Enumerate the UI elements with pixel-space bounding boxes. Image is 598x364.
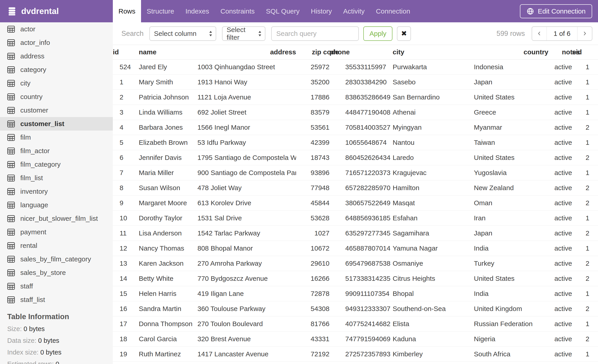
tab[interactable]: Indexes [180,0,215,22]
cell-id[interactable]: 4 [113,120,139,135]
cell-name[interactable]: Jennifer Davis [139,150,198,165]
cell-city[interactable]: Kragujevac [393,165,474,180]
edit-connection-button[interactable]: Edit Connection [520,4,592,18]
cell-id[interactable]: 18 [113,331,139,346]
cell-notes[interactable]: active [548,74,572,89]
cell-name[interactable]: Nancy Thomas [139,241,198,256]
cell-sid[interactable]: 2 [572,301,598,316]
cell-sid[interactable]: 2 [572,226,598,241]
cell-country[interactable]: Taiwan [474,135,548,150]
cell-country[interactable]: Oman [474,195,548,210]
table-row[interactable]: 12 Nancy Thomas 808 Bhopal Manor 10672 4… [113,241,598,256]
tab[interactable]: Connection [370,0,416,22]
table-row[interactable]: 8 Susan Wilson 478 Joliet Way 77948 6572… [113,180,598,195]
cell-notes[interactable]: active [548,120,572,135]
cell-name[interactable]: Jared Ely [139,59,198,74]
cell-city[interactable]: Esfahan [393,210,474,226]
cell-zip-code[interactable]: 29610 [296,256,330,271]
cell-name[interactable]: Donna Thompson [139,316,198,331]
column-header[interactable]: id [113,45,139,59]
cell-zip-code[interactable]: 54308 [296,301,330,316]
table-row[interactable]: 15 Helen Harris 419 Iligan Lane 72878 99… [113,286,598,301]
cell-address[interactable]: 1566 Inegl Manor [198,120,296,135]
column-header[interactable]: phone [330,45,393,59]
cell-sid[interactable]: 2 [572,180,598,195]
table-row[interactable]: 6 Jennifer Davis 1795 Santiago de Compos… [113,150,598,165]
cell-name[interactable]: Ruth Martinez [139,346,198,362]
cell-address[interactable]: 1531 Sal Drive [198,210,296,226]
table-row[interactable]: 1 Mary Smith 1913 Hanoi Way 35200 283033… [113,74,598,89]
cell-zip-code[interactable]: 53561 [296,120,330,135]
cell-id[interactable]: 16 [113,301,139,316]
cell-address[interactable]: 900 Santiago de Compostela Parkway [198,165,296,180]
cell-id[interactable]: 11 [113,226,139,241]
table-row[interactable]: 5 Elizabeth Brown 53 Idfu Parkway 42399 … [113,135,598,150]
cell-notes[interactable]: active [548,286,572,301]
cell-address[interactable]: 770 Bydgoszcz Avenue [198,271,296,286]
cell-id[interactable]: 1 [113,74,139,89]
sidebar-table-item[interactable]: address [0,49,113,63]
sidebar-table-item[interactable]: sales_by_store [0,266,113,279]
cell-notes[interactable]: active [548,180,572,195]
sidebar-table-item[interactable]: staff_list [0,293,113,307]
cell-country[interactable]: United States [474,89,548,105]
sidebar-table-item[interactable]: actor_info [0,36,113,49]
cell-sid[interactable]: 2 [572,195,598,210]
search-query-input[interactable] [271,26,359,41]
cell-address[interactable]: 1913 Hanoi Way [198,74,296,89]
tab[interactable]: Rows [113,0,141,22]
cell-notes[interactable]: active [548,150,572,165]
cell-sid[interactable]: 1 [572,210,598,226]
cell-sid[interactable]: 1 [572,105,598,120]
cell-country[interactable]: Japan [474,74,548,89]
sidebar-table-item[interactable]: category [0,63,113,76]
cell-city[interactable]: Sasebo [393,74,474,89]
cell-country[interactable]: India [474,241,548,256]
cell-address[interactable]: 478 Joliet Way [198,180,296,195]
cell-city[interactable]: Laredo [393,150,474,165]
cell-phone[interactable]: 838635286649 [330,89,393,105]
cell-id[interactable]: 9 [113,195,139,210]
cell-phone[interactable]: 35533115997 [330,59,393,74]
cell-id[interactable]: 524 [113,59,139,74]
cell-phone[interactable]: 448477190408 [330,105,393,120]
cell-phone[interactable]: 860452626434 [330,150,393,165]
cell-address[interactable]: 1121 Loja Avenue [198,89,296,105]
cell-country[interactable]: India [474,286,548,301]
cell-country[interactable]: United States [474,271,548,286]
cell-phone[interactable]: 465887807014 [330,241,393,256]
column-header[interactable]: sid [572,45,598,59]
cell-city[interactable]: Nantou [393,135,474,150]
sidebar-table-item[interactable]: language [0,198,113,212]
table-row[interactable]: 18 Carol Garcia 320 Brest Avenue 43331 7… [113,331,598,346]
cell-name[interactable]: Susan Wilson [139,180,198,195]
cell-country[interactable]: Greece [474,105,548,120]
cell-phone[interactable]: 272572357893 [330,346,393,362]
cell-address[interactable]: 613 Korolev Drive [198,195,296,210]
cell-notes[interactable]: active [548,256,572,271]
table-row[interactable]: 13 Karen Jackson 270 Amroha Parkway 2961… [113,256,598,271]
table-row[interactable]: 14 Betty White 770 Bydgoszcz Avenue 1626… [113,271,598,286]
cell-zip-code[interactable]: 1027 [296,226,330,241]
cell-city[interactable]: Athenai [393,105,474,120]
table-row[interactable]: 4 Barbara Jones 1566 Inegl Manor 53561 7… [113,120,598,135]
cell-sid[interactable]: 2 [572,256,598,271]
cell-notes[interactable]: active [548,89,572,105]
tab[interactable]: SQL Query [260,0,305,22]
table-row[interactable]: 9 Margaret Moore 613 Korolev Drive 45844… [113,195,598,210]
column-header[interactable]: city [393,45,474,59]
cell-name[interactable]: Helen Harris [139,286,198,301]
cell-notes[interactable]: active [548,271,572,286]
table-row[interactable]: 11 Lisa Anderson 1542 Tarlac Parkway 102… [113,226,598,241]
next-page-button[interactable] [577,27,592,40]
cell-city[interactable]: Purwakarta [393,59,474,74]
cell-city[interactable]: Sagamihara [393,226,474,241]
cell-name[interactable]: Carol Garcia [139,331,198,346]
sidebar-table-item[interactable]: rental [0,239,113,252]
cell-phone[interactable]: 407752414682 [330,316,393,331]
cell-sid[interactable]: 1 [572,59,598,74]
cell-city[interactable]: San Bernardino [393,89,474,105]
column-header[interactable]: name [139,45,198,59]
sidebar-table-item[interactable]: customer [0,104,113,117]
cell-country[interactable]: Turkey [474,256,548,271]
